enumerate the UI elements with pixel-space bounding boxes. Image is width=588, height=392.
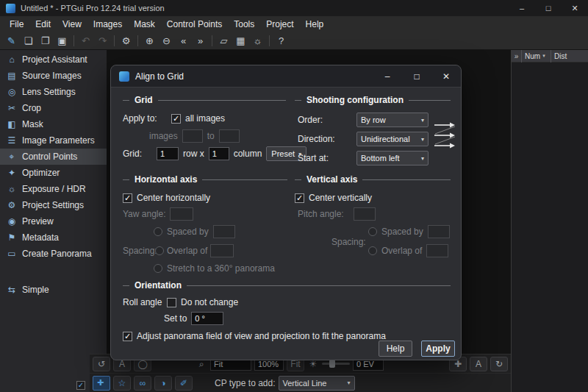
apply-button[interactable]: Apply	[421, 341, 455, 357]
do-not-change-checkbox[interactable]	[167, 298, 176, 307]
menu-edit[interactable]: Edit	[29, 19, 57, 29]
help-icon[interactable]: ?	[273, 33, 290, 49]
link-images-button[interactable]: ∞	[134, 376, 151, 391]
bottom-left-checkbox[interactable]: ✓	[76, 381, 85, 390]
auto-right-button[interactable]: A	[470, 357, 487, 371]
chevrons-expand-icon[interactable]: »	[512, 52, 521, 60]
v-spaced-by-radio[interactable]	[368, 227, 377, 236]
dialog-close-button[interactable]: ✕	[431, 65, 461, 88]
h-overlap-radio[interactable]	[155, 246, 164, 255]
center-horizontally-checkbox[interactable]: ✓	[123, 193, 132, 203]
refresh-right-button[interactable]: ↻	[490, 357, 508, 371]
images-to-input[interactable]	[219, 129, 240, 143]
save-icon[interactable]: ▣	[54, 33, 71, 49]
menu-file[interactable]: File	[4, 19, 29, 29]
window-titlebar[interactable]: Untitled * - PTGui Pro 12.24 trial versi…	[0, 0, 588, 16]
help-button[interactable]: Help	[379, 341, 412, 357]
all-images-checkbox[interactable]: ✓	[171, 114, 181, 124]
sidebar-item-metadata[interactable]: ⚑Metadata	[0, 229, 107, 246]
sidebar-item-create-panorama[interactable]: ▭Create Panorama	[0, 246, 107, 262]
to-label: to	[207, 131, 215, 141]
order-select[interactable]: By row ▾	[356, 113, 429, 127]
section-label: Shooting configuration	[306, 95, 404, 105]
sidebar-item-control-points[interactable]: ⌖Control Points	[0, 149, 107, 165]
cp-num-label: Num	[525, 52, 540, 60]
zoom-in-icon[interactable]: ⊕	[141, 33, 158, 49]
redo-icon[interactable]: ↷	[94, 33, 111, 49]
menu-control-points[interactable]: Control Points	[161, 19, 228, 29]
slider-knob[interactable]	[329, 360, 335, 368]
save-as-icon[interactable]: ❐	[37, 33, 54, 49]
exposure-slider[interactable]	[322, 363, 350, 365]
menu-mask[interactable]: Mask	[128, 19, 161, 29]
direction-select[interactable]: Unidirectional ▾	[356, 132, 429, 146]
next-images-icon[interactable]: »	[192, 33, 209, 49]
direction-value: Unidirectional	[361, 135, 410, 143]
sidebar-item-optimizer[interactable]: ✦Optimizer	[0, 165, 107, 181]
sidebar-item-mask[interactable]: ◧Mask	[0, 116, 107, 132]
contrast-toggle-button[interactable]: ◑	[154, 376, 172, 391]
menu-tools[interactable]: Tools	[228, 19, 260, 29]
v-overlap-radio[interactable]	[368, 246, 377, 255]
menu-help[interactable]: Help	[300, 19, 330, 29]
start-at-select[interactable]: Bottom left ▾	[356, 151, 429, 165]
images-from-input[interactable]	[182, 129, 203, 143]
grid-rows-input[interactable]: 1	[157, 147, 179, 160]
adjust-fov-checkbox[interactable]: ✓	[123, 332, 132, 341]
sidebar-item-simple[interactable]: ⇆Simple	[0, 282, 107, 298]
sidebar-item-exposure-hdr[interactable]: ☼Exposure / HDR	[0, 181, 107, 197]
v-overlap-row: Overlap of	[368, 243, 448, 258]
lamp-icon[interactable]: ☼	[249, 33, 266, 49]
v-spaced-by-row: Spaced by	[368, 224, 450, 239]
refresh-left-button[interactable]: ↺	[93, 357, 110, 371]
h-spaced-by-radio[interactable]	[154, 227, 162, 236]
pitch-angle-input[interactable]	[354, 207, 376, 221]
open-project-icon[interactable]: ❏	[20, 33, 37, 49]
sidebar-item-lens-settings[interactable]: ◎Lens Settings	[0, 84, 107, 100]
close-button[interactable]: ✕	[562, 0, 588, 16]
v-overlap-input[interactable]	[426, 244, 448, 257]
detail-viewer-icon[interactable]: ▦	[232, 33, 249, 49]
align-to-grid-dialog: Align to Grid – □ ✕ Grid Shooting config…	[110, 65, 462, 360]
sidebar-item-preview[interactable]: ◉Preview	[0, 213, 107, 229]
h-spaced-by-input[interactable]	[213, 225, 235, 238]
maximize-button[interactable]: □	[535, 0, 562, 16]
window-controls: – □ ✕	[509, 0, 588, 16]
menu-project[interactable]: Project	[260, 19, 299, 29]
new-project-icon[interactable]: ✎	[3, 33, 20, 49]
sidebar-item-project-settings[interactable]: ⚙Project Settings	[0, 197, 107, 213]
cp-column-num[interactable]: Num ▾	[521, 50, 551, 63]
panorama-editor-icon[interactable]: ▱	[215, 33, 232, 49]
menu-images[interactable]: Images	[87, 19, 128, 29]
menu-view[interactable]: View	[57, 19, 87, 29]
cp-type-select[interactable]: Vertical Line ▾	[279, 376, 355, 391]
v-spaced-by-input[interactable]	[428, 225, 450, 238]
sidebar-item-project-assistant[interactable]: ⌂Project Assistant	[0, 51, 107, 68]
h-overlap-input[interactable]	[210, 244, 234, 257]
cp-column-dist[interactable]: Dist	[551, 50, 588, 63]
sidebar-item-source-images[interactable]: ▤Source Images	[0, 68, 107, 84]
sidebar-item-crop[interactable]: ✂Crop	[0, 100, 107, 116]
previous-images-icon[interactable]: «	[175, 33, 192, 49]
sun-icon: ☼	[7, 184, 17, 194]
adjust-fov-label: Adjust panorama field of view and projec…	[137, 331, 386, 341]
stretch-radio[interactable]	[154, 264, 162, 273]
sidebar-item-image-parameters[interactable]: ☰Image Parameters	[0, 132, 107, 149]
settings-icon[interactable]: ⚙	[118, 33, 135, 49]
center-vertically-checkbox[interactable]: ✓	[295, 193, 304, 203]
add-cp-mode-button[interactable]: ✐	[175, 376, 193, 391]
ptgui-logo-icon	[6, 4, 15, 13]
yaw-angle-input[interactable]	[170, 207, 193, 221]
dialog-maximize-button[interactable]: □	[402, 65, 431, 88]
move-point-button[interactable]: ✚	[93, 376, 110, 391]
minimize-button[interactable]: –	[509, 0, 535, 16]
dialog-titlebar[interactable]: Align to Grid – □ ✕	[111, 65, 461, 88]
dialog-minimize-button[interactable]: –	[373, 65, 402, 88]
set-to-input[interactable]: 0 °	[191, 312, 223, 325]
grid-columns-input[interactable]: 1	[209, 147, 229, 160]
undo-icon[interactable]: ↶	[77, 33, 94, 49]
sidebar: ⌂Project Assistant ▤Source Images ◎Lens …	[0, 50, 107, 392]
zoom-out-icon[interactable]: ⊖	[158, 33, 175, 49]
dialog-grid-icon	[119, 71, 129, 82]
star-cp-button[interactable]: ☆	[113, 376, 131, 391]
